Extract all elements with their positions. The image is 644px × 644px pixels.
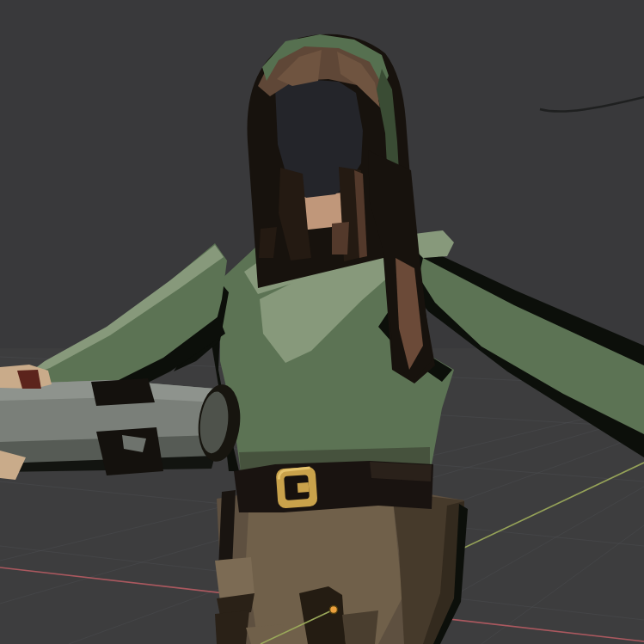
- belt[interactable]: [234, 461, 433, 512]
- viewport-canvas[interactable]: [0, 0, 644, 644]
- belt-buckle: [276, 467, 318, 509]
- grip-hand-bottom: [96, 427, 163, 475]
- pants-bottom-left-shadow: [215, 610, 249, 644]
- buckle-tongue: [297, 482, 310, 493]
- origin-point: [330, 606, 338, 614]
- grip-hand-top: [91, 378, 155, 406]
- blender-3d-viewport[interactable]: [0, 0, 644, 644]
- inner-leg-shadow: [342, 610, 378, 644]
- hair-end-right: [332, 222, 349, 255]
